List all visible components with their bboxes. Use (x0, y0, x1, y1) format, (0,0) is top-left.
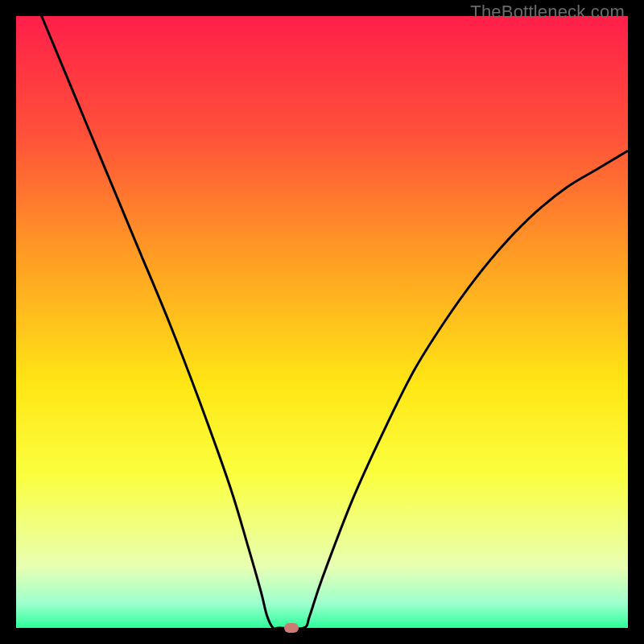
optimal-point-marker (284, 623, 299, 633)
watermark-text: TheBottleneck.com (470, 2, 625, 23)
gradient-background (16, 16, 628, 628)
chart-frame (16, 16, 628, 628)
bottleneck-chart (16, 16, 628, 628)
